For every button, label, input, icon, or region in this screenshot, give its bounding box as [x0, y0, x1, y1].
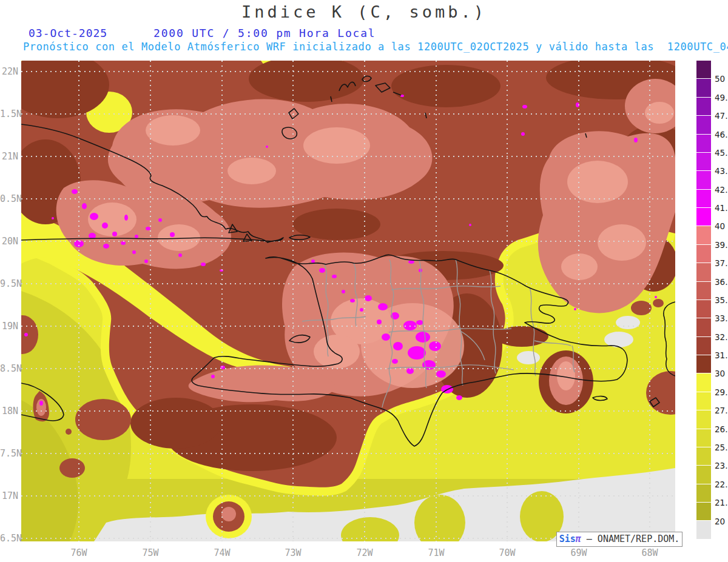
colorbar-segment [696, 208, 711, 226]
k-index-contour-map [21, 61, 675, 541]
lon-tick-label: 75W [142, 547, 158, 558]
colorbar-segment [696, 429, 711, 447]
k-index-colorbar [696, 61, 711, 540]
page-title: Indice K (C, somb.) [0, 2, 728, 21]
colorbar-segment [696, 79, 711, 97]
colorbar-segment [696, 300, 711, 318]
lon-tick-label: 73W [285, 547, 301, 558]
colorbar-segment [696, 521, 711, 539]
lat-tick-label: 22N [0, 66, 18, 77]
colorbar-segment [696, 61, 711, 79]
lon-tick-label: 74W [214, 547, 230, 558]
colorbar-segment [696, 466, 711, 484]
colorbar-tick-label: 32.6 [715, 332, 728, 342]
lat-tick-label: 6.5N [0, 533, 18, 544]
colorbar-tick-label: 21.3 [715, 498, 728, 507]
colorbar-segment [696, 171, 711, 189]
weather-map-page: Indice K (C, somb.) 03-Oct-2025 2000 UTC… [0, 0, 728, 562]
lat-tick-label: 17N [0, 490, 18, 501]
colorbar-segment [696, 116, 711, 134]
lat-tick-label: 8.5N [0, 363, 18, 374]
colorbar-segment [696, 318, 711, 336]
colorbar-tick-label: 41.3 [715, 203, 728, 213]
lon-tick-label: 70W [499, 547, 515, 558]
forecast-time: 2000 UTC / 5:00 pm Hora Local [153, 27, 376, 39]
colorbar-segment [696, 245, 711, 263]
colorbar-segment [696, 392, 711, 410]
colorbar-segment [696, 135, 711, 153]
attribution-badge: Sisπ – ONAMET/REP.DOM. [556, 532, 682, 547]
colorbar-segment [696, 337, 711, 355]
colorbar-tick-label: 31.3 [715, 350, 728, 360]
colorbar-tick-label: 20 [715, 517, 725, 526]
colorbar-tick-label: 25.2 [715, 443, 728, 452]
sispi-brand: Sis [559, 534, 576, 544]
lat-tick-label: 7.5N [0, 448, 18, 459]
colorbar-tick-label: 23.9 [715, 461, 728, 470]
colorbar-tick-label: 29.1 [715, 387, 728, 397]
colorbar-tick-label: 45.2 [715, 148, 728, 158]
colorbar-tick-label: 40 [715, 221, 725, 231]
colorbar-tick-label: 27.8 [715, 406, 728, 415]
lat-tick-label: 21N [0, 151, 18, 162]
colorbar-segment [696, 226, 711, 244]
colorbar-segment [696, 447, 711, 466]
colorbar-segment [696, 263, 711, 281]
colorbar-tick-label: 30 [715, 369, 725, 378]
pi-glyph: π [576, 534, 581, 544]
colorbar-tick-label: 49.1 [715, 93, 728, 102]
lon-tick-label: 72W [356, 547, 372, 558]
lon-tick-label: 68W [641, 547, 658, 558]
colorbar-tick-label: 37.8 [715, 258, 728, 268]
colorbar-segment [696, 190, 711, 208]
lat-tick-label: 0.5N [0, 193, 18, 204]
colorbar-tick-label: 42.6 [715, 185, 728, 195]
colorbar-segment [696, 503, 711, 521]
org-name: – ONAMET/REP.DOM. [581, 534, 680, 544]
lat-tick-label: 9.5N [0, 278, 18, 289]
colorbar-segment [696, 410, 711, 429]
contour-fill-layer [21, 61, 675, 541]
lat-tick-label: 1.5N [0, 109, 18, 119]
lat-tick-label: 19N [0, 321, 18, 332]
colorbar-tick-label: 43.9 [715, 166, 728, 176]
colorbar-tick-label: 33.9 [715, 313, 728, 323]
colorbar-tick-label: 50 [715, 74, 725, 84]
forecast-date: 03-Oct-2025 [29, 27, 107, 39]
lat-tick-label: 20N [0, 236, 18, 247]
lon-tick-label: 76W [70, 547, 87, 558]
colorbar-segment [696, 355, 711, 373]
model-run-info: Pronóstico con el Modelo Atmósferico WRF… [23, 41, 728, 53]
colorbar-tick-label: 26.5 [715, 424, 728, 434]
colorbar-tick-label: 39.1 [715, 240, 728, 250]
colorbar-segment [696, 98, 711, 116]
colorbar-segment [696, 484, 711, 503]
colorbar-tick-label: 47.8 [715, 111, 728, 121]
map-canvas [21, 61, 675, 541]
colorbar-segment [696, 373, 711, 392]
colorbar-tick-label: 36.5 [715, 277, 728, 287]
lon-tick-label: 69W [570, 547, 587, 558]
colorbar-tick-label: 35.2 [715, 295, 728, 305]
lon-tick-label: 71W [428, 547, 444, 558]
colorbar-segment [696, 153, 711, 171]
colorbar-tick-label: 46.5 [715, 130, 728, 139]
colorbar-tick-label: 22.6 [715, 480, 728, 489]
lat-tick-label: 18N [0, 406, 18, 416]
colorbar-segment [696, 282, 711, 300]
